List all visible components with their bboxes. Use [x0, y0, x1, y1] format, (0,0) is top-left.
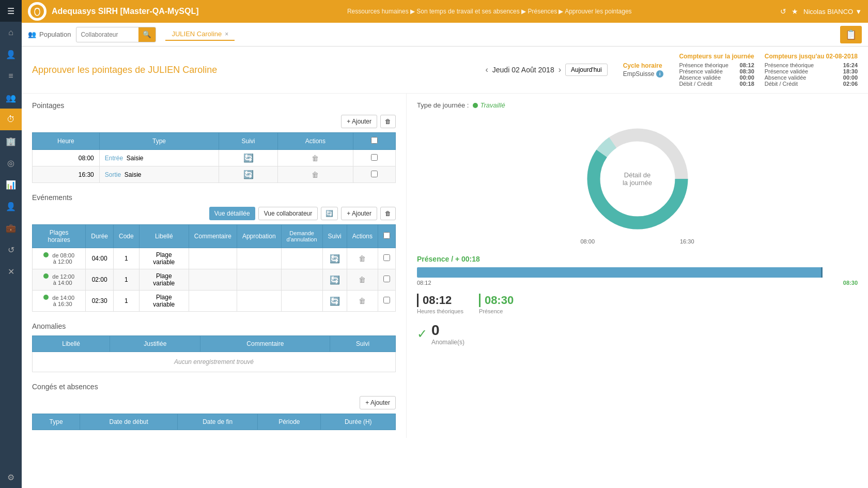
sidebar-item-chart[interactable]: 📊 [0, 174, 22, 195]
right-column: Type de journée : Travaillé [407, 94, 868, 438]
history-icon[interactable]: ↺ [780, 7, 786, 16]
hamburger-icon[interactable]: ☰ [0, 0, 22, 22]
sidebar-item-gear[interactable]: ⚙ [0, 466, 22, 488]
col-date-debut: Date de début [80, 414, 178, 430]
vue-collaborateur-btn[interactable]: Vue collaborateur [258, 207, 318, 220]
comment-cell [189, 269, 237, 291]
row-checkbox[interactable] [371, 171, 378, 177]
col-libelle: Libellé [139, 225, 189, 248]
table-row: 08:00 Entrée Saisie 🔄 🗑 [33, 150, 396, 166]
population-label: Population [39, 30, 71, 38]
actions-ev-cell: 🗑 [347, 291, 378, 312]
sortie-link[interactable]: Sortie [105, 171, 121, 178]
day-type-row: Type de journée : Travaillé [417, 101, 858, 109]
col-plages: Plages horaires [33, 225, 86, 248]
next-date-btn[interactable]: › [559, 65, 561, 74]
select-all-pointages[interactable] [371, 137, 378, 144]
duree-cell: 02:00 [86, 269, 114, 291]
check-cell [353, 166, 395, 183]
left-column: Pointages + Ajouter 🗑 Heure Type Suivi A… [22, 94, 407, 438]
suivi-ev-cell: 🔄 [322, 291, 347, 312]
presence-delta: + 00:18 [455, 255, 480, 263]
select-all-ev[interactable] [383, 232, 390, 239]
population-btn[interactable]: 👥 Population [28, 30, 71, 38]
app-logo [28, 2, 47, 21]
content-area: Approuver les pointages de JULIEN Caroli… [22, 47, 868, 488]
sidebar-item-tools[interactable]: ✕ [0, 261, 22, 282]
dot-green-icon [43, 273, 49, 279]
heure-cell: 16:30 [33, 166, 100, 183]
col-type: Type [99, 133, 219, 150]
col-suivi-an: Suivi [330, 336, 396, 352]
search-input[interactable] [76, 31, 138, 38]
subnav-right-btn[interactable]: 📋 [840, 26, 862, 43]
col-demande: Demanded'annulation [281, 225, 322, 248]
anomalie-row: ✓ 0 Anomalie(s) [417, 322, 858, 346]
demande-cell [281, 248, 322, 269]
sync-icon[interactable]: 🔄 [330, 254, 340, 263]
pointages-delete-btn[interactable]: 🗑 [380, 115, 396, 128]
cycle-group: Cycle horaire EmpSuisse i [623, 62, 664, 78]
sidebar-item-target[interactable]: ◎ [0, 152, 22, 174]
employee-tab[interactable]: JULIEN Caroline × [165, 28, 235, 41]
sync-icon[interactable]: 🔄 [243, 170, 254, 179]
stat-theorique-time: 08:12 [417, 294, 452, 307]
user-menu[interactable]: Nicolas BIANCO ▼ [803, 8, 862, 16]
prev-date-btn[interactable]: ‹ [485, 65, 488, 74]
evenements-section: Evénements Vue détaillée Vue collaborate… [32, 193, 396, 312]
delete-icon[interactable]: 🗑 [312, 171, 319, 179]
sidebar-item-group[interactable]: 👥 [0, 87, 22, 109]
row-checkbox[interactable] [371, 154, 378, 161]
delete-icon[interactable]: 🗑 [312, 154, 319, 162]
conges-section: Congés et absences + Ajouter Type Date d… [32, 383, 396, 430]
delete-icon[interactable]: 🗑 [359, 276, 366, 284]
search-button[interactable]: 🔍 [138, 27, 156, 42]
evenements-delete-btn[interactable]: 🗑 [380, 207, 396, 220]
sidebar-item-person[interactable]: 👤 [0, 43, 22, 65]
donut-center-text: Détail de la journée [623, 171, 652, 187]
plage-cell: de 14:00 à 16:30 [33, 291, 86, 312]
counter-total-rows: Présence théorique16:24 Présence validée… [765, 62, 858, 87]
delete-icon[interactable]: 🗑 [359, 254, 366, 263]
row-checkbox[interactable] [383, 297, 390, 303]
vue-detaillee-btn[interactable]: Vue détaillée [209, 207, 255, 220]
pointages-add-btn[interactable]: + Ajouter [341, 115, 377, 128]
heure-cell: 08:00 [33, 150, 100, 166]
sidebar-item-refresh[interactable]: ↺ [0, 239, 22, 261]
info-icon[interactable]: i [656, 70, 663, 78]
actions-cell: 🗑 [277, 150, 353, 166]
sync-icon[interactable]: 🔄 [330, 276, 340, 284]
check-icon: ✓ [417, 327, 427, 341]
plage-cell: de 08:00 à 12:00 [33, 248, 86, 269]
conges-add-btn[interactable]: + Ajouter [360, 396, 396, 409]
presence-bar-fill [417, 267, 823, 278]
today-btn[interactable]: Aujourd'hui [565, 64, 608, 76]
sync-icon[interactable]: 🔄 [330, 297, 340, 306]
col-check-ev [378, 225, 395, 248]
sync-icon[interactable]: 🔄 [243, 154, 254, 162]
presence-title: Présence / + 00:18 [417, 255, 858, 263]
evenements-add-btn[interactable]: + Ajouter [341, 207, 377, 220]
sidebar-item-briefcase[interactable]: 💼 [0, 217, 22, 239]
tab-close-icon[interactable]: × [225, 30, 228, 38]
row-checkbox[interactable] [383, 276, 390, 282]
sidebar-item-list[interactable]: ≡ [0, 65, 22, 87]
duree-cell: 04:00 [86, 248, 114, 269]
search-bar: 🔍 [76, 27, 156, 42]
refresh-btn[interactable]: 🔄 [321, 207, 338, 220]
col-actions: Actions [277, 133, 353, 150]
chart-container: Détail de la journée 08:00 16:30 [417, 117, 858, 250]
col-type-co: Type [33, 414, 80, 430]
anomalies-section: Anomalies Libellé Justifiée Commentaire … [32, 322, 396, 372]
row-checkbox[interactable] [383, 254, 390, 261]
sidebar-item-person2[interactable]: 👤 [0, 195, 22, 217]
entree-link[interactable]: Entrée [105, 155, 123, 162]
counters-total-title: Compteurs jusqu'au 02-08-2018 [765, 53, 858, 60]
sidebar-item-building[interactable]: 🏢 [0, 130, 22, 152]
bar-marker [821, 267, 823, 278]
col-heure: Heure [33, 133, 100, 150]
sidebar-item-home[interactable]: ⌂ [0, 22, 22, 43]
delete-icon[interactable]: 🗑 [359, 297, 366, 305]
star-icon[interactable]: ★ [792, 7, 798, 16]
sidebar-item-time[interactable]: ⏱ [0, 109, 22, 130]
